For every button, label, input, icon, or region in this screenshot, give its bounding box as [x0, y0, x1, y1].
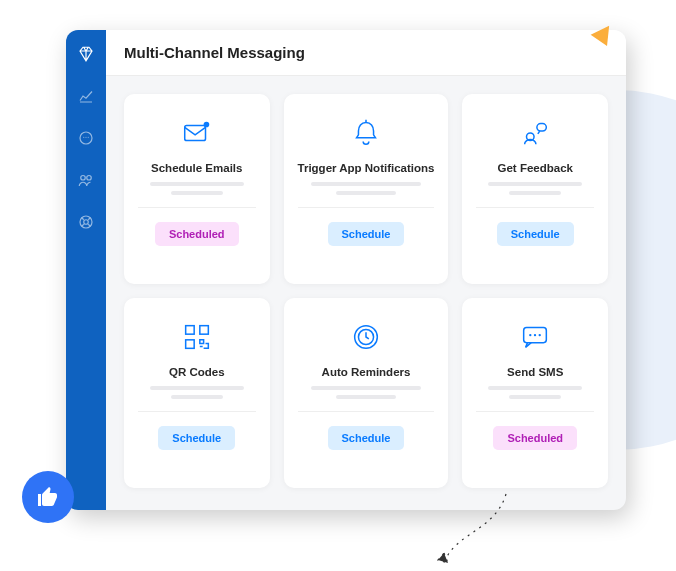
status-badge[interactable]: Scheduled: [155, 222, 239, 246]
svg-point-0: [80, 132, 92, 144]
svg-point-1: [81, 176, 86, 181]
svg-point-2: [87, 176, 92, 181]
placeholder-lines: [488, 182, 582, 195]
sidebar-item-diamond[interactable]: [76, 44, 96, 64]
divider: [138, 207, 256, 208]
schedule-button[interactable]: Schedule: [158, 426, 235, 450]
chat-icon: [77, 129, 95, 147]
page-title: Multi-Channel Messaging: [106, 30, 626, 76]
mail-icon: [180, 110, 214, 156]
divider: [298, 207, 435, 208]
placeholder-lines: [311, 386, 421, 399]
users-icon: [77, 171, 95, 189]
card-auto-reminders: Auto Reminders Schedule: [284, 298, 449, 488]
app-window: Multi-Channel Messaging Schedule Emails …: [66, 30, 626, 510]
dotted-arrow: [436, 489, 576, 569]
sidebar-item-support[interactable]: [76, 212, 96, 232]
sidebar-item-messages[interactable]: [76, 128, 96, 148]
thumbs-up-icon: [36, 485, 60, 509]
card-app-notifications: Trigger App Notifications Schedule: [284, 94, 449, 284]
card-qr-codes: QR Codes Schedule: [124, 298, 270, 488]
schedule-button[interactable]: Schedule: [497, 222, 574, 246]
main-panel: Multi-Channel Messaging Schedule Emails …: [106, 30, 626, 510]
card-get-feedback: Get Feedback Schedule: [462, 94, 608, 284]
svg-rect-8: [537, 124, 546, 132]
divider: [298, 411, 435, 412]
status-badge[interactable]: Scheduled: [493, 426, 577, 450]
svg-point-6: [203, 122, 209, 128]
divider: [138, 411, 256, 412]
card-send-sms: Send SMS Scheduled: [462, 298, 608, 488]
schedule-button[interactable]: Schedule: [328, 426, 405, 450]
sidebar-item-users[interactable]: [76, 170, 96, 190]
svg-rect-5: [184, 125, 205, 140]
card-grid: Schedule Emails Scheduled Trigger App No…: [106, 76, 626, 510]
sidebar: [66, 30, 106, 510]
card-title: Trigger App Notifications: [298, 162, 435, 174]
sms-icon: [518, 314, 552, 360]
card-title: Send SMS: [507, 366, 563, 378]
svg-rect-10: [185, 340, 194, 349]
diamond-icon: [77, 45, 95, 63]
placeholder-lines: [488, 386, 582, 399]
placeholder-lines: [311, 182, 421, 195]
svg-point-4: [84, 220, 89, 225]
card-schedule-emails: Schedule Emails Scheduled: [124, 94, 270, 284]
divider: [476, 411, 594, 412]
chart-icon: [77, 87, 95, 105]
bell-icon: [349, 110, 383, 156]
placeholder-lines: [150, 386, 244, 399]
schedule-button[interactable]: Schedule: [328, 222, 405, 246]
svg-rect-9: [185, 326, 194, 335]
svg-rect-11: [200, 326, 209, 335]
sidebar-item-analytics[interactable]: [76, 86, 96, 106]
divider: [476, 207, 594, 208]
clock-icon: [349, 314, 383, 360]
qr-icon: [180, 314, 214, 360]
card-title: Schedule Emails: [151, 162, 242, 174]
feedback-icon: [518, 110, 552, 156]
card-title: QR Codes: [169, 366, 225, 378]
placeholder-lines: [150, 182, 244, 195]
thumbs-up-badge: [22, 471, 74, 523]
card-title: Auto Reminders: [322, 366, 411, 378]
lifebuoy-icon: [77, 213, 95, 231]
card-title: Get Feedback: [498, 162, 573, 174]
